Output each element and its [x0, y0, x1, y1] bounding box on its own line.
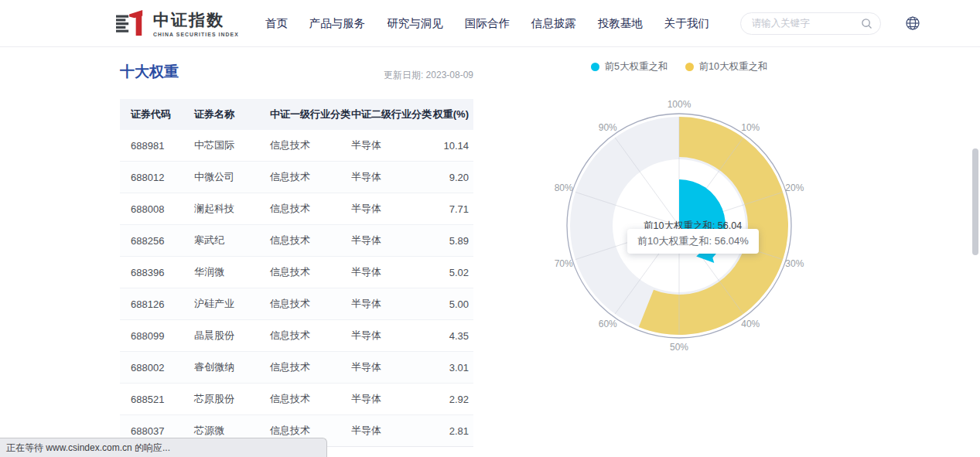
globe-icon — [905, 15, 920, 31]
table-cell: 晶晨股份 — [183, 320, 259, 352]
nav-item-5[interactable]: 投教基地 — [587, 9, 654, 39]
weights-table-head: 证券代码证券名称中证一级行业分类中证二级行业分类权重(%) — [120, 99, 473, 130]
update-date: 更新日期: 2023-08-09 — [384, 69, 473, 82]
table-cell: 信息技术 — [259, 130, 340, 162]
logo-title: 中证指数 — [153, 9, 239, 31]
nav-item-2[interactable]: 研究与洞见 — [376, 9, 454, 39]
table-cell: 中微公司 — [183, 162, 259, 193]
legend-label: 前10大权重之和 — [699, 60, 768, 73]
table-cell: 半导体 — [340, 384, 432, 415]
table-cell: 芯原股份 — [183, 384, 259, 415]
table-cell: 9.20 — [432, 162, 473, 193]
axis-tick-label: 50% — [670, 342, 688, 353]
table-cell: 半导体 — [340, 288, 432, 320]
table-cell: 信息技术 — [259, 288, 340, 320]
table-row: 688981中芯国际信息技术半导体10.14 — [120, 130, 473, 162]
page: 中证指数 CHINA SECURITIES INDEX 首页产品与服务研究与洞见… — [0, 0, 980, 457]
table-cell: 半导体 — [340, 415, 432, 447]
table-cell: 半导体 — [340, 225, 432, 257]
table-cell: 688396 — [120, 257, 183, 288]
table-cell: 688012 — [120, 162, 183, 193]
weights-table-body: 688981中芯国际信息技术半导体10.14688012中微公司信息技术半导体9… — [120, 130, 473, 447]
table-cell: 半导体 — [340, 352, 432, 384]
nav-item-1[interactable]: 产品与服务 — [299, 9, 377, 39]
nav-item-4[interactable]: 信息披露 — [521, 9, 587, 39]
site-header: 中证指数 CHINA SECURITIES INDEX 首页产品与服务研究与洞见… — [0, 0, 980, 47]
table-cell: 寒武纪 — [183, 225, 259, 257]
table-cell: 4.35 — [432, 320, 473, 352]
col-header-0: 证券代码 — [120, 99, 183, 130]
table-cell: 澜起科技 — [183, 193, 259, 225]
table-cell: 信息技术 — [259, 225, 340, 257]
page-title: 十大权重 — [120, 62, 179, 82]
legend-item-0[interactable]: 前5大权重之和 — [591, 60, 668, 73]
search-icon[interactable] — [861, 18, 872, 29]
axis-tick-label: 40% — [741, 319, 760, 329]
table-row: 688256寒武纪信息技术半导体5.89 — [120, 225, 473, 257]
table-row: 688002睿创微纳信息技术半导体3.01 — [120, 352, 473, 384]
legend-label: 前5大权重之和 — [605, 60, 668, 73]
table-cell: 3.01 — [432, 352, 473, 384]
table-cell: 信息技术 — [259, 352, 340, 384]
logo[interactable]: 中证指数 CHINA SECURITIES INDEX — [114, 9, 239, 38]
weights-table: 证券代码证券名称中证一级行业分类中证二级行业分类权重(%) 688981中芯国际… — [120, 99, 473, 447]
table-row: 688099晶晨股份信息技术半导体4.35 — [120, 320, 473, 352]
table-cell: 5.00 — [432, 288, 473, 320]
legend-item-1[interactable]: 前10大权重之和 — [685, 60, 768, 73]
search-input[interactable] — [740, 12, 881, 35]
col-header-4: 权重(%) — [432, 99, 473, 130]
table-cell: 沪硅产业 — [183, 288, 259, 320]
table-cell: 688002 — [120, 352, 183, 384]
table-cell: 688126 — [120, 288, 183, 320]
chart-tooltip: 前10大权重之和: 56.04% — [627, 229, 759, 254]
table-cell: 半导体 — [340, 162, 432, 193]
table-cell: 688008 — [120, 193, 183, 225]
table-cell: 半导体 — [340, 320, 432, 352]
col-header-1: 证券名称 — [183, 99, 259, 130]
logo-subtitle: CHINA SECURITIES INDEX — [153, 32, 239, 37]
table-cell: 5.89 — [432, 225, 473, 257]
table-cell: 半导体 — [340, 193, 432, 225]
table-cell: 2.92 — [432, 384, 473, 415]
table-row: 688521芯原股份信息技术半导体2.92 — [120, 384, 473, 415]
table-cell: 睿创微纳 — [183, 352, 259, 384]
axis-tick-label: 80% — [555, 182, 573, 193]
logo-mark — [114, 9, 147, 38]
axis-tick-label: 10% — [741, 122, 760, 133]
col-header-3: 中证二级行业分类 — [340, 99, 432, 130]
table-cell: 5.02 — [432, 257, 473, 288]
nav-item-6[interactable]: 关于我们 — [654, 9, 720, 39]
axis-tick-label: 100% — [668, 99, 691, 110]
table-cell: 信息技术 — [259, 320, 340, 352]
legend-dot-icon — [591, 63, 599, 71]
table-cell: 688521 — [120, 384, 183, 415]
scrollbar-thumb[interactable] — [972, 148, 978, 255]
table-cell: 688981 — [120, 130, 183, 162]
table-cell: 信息技术 — [259, 257, 340, 288]
table-cell: 华润微 — [183, 257, 259, 288]
axis-tick-label: 20% — [785, 182, 804, 193]
table-row: 688008澜起科技信息技术半导体7.71 — [120, 193, 473, 225]
browser-status-bubble: 正在等待 www.csindex.com.cn 的响应... — [0, 438, 327, 457]
language-switcher[interactable] — [905, 15, 920, 31]
axis-tick-label: 30% — [785, 258, 804, 269]
table-cell: 信息技术 — [259, 193, 340, 225]
table-cell: 7.71 — [432, 193, 473, 225]
nav-item-0[interactable]: 首页 — [254, 9, 299, 39]
col-header-2: 中证一级行业分类 — [259, 99, 340, 130]
table-cell: 中芯国际 — [183, 130, 259, 162]
table-row: 688126沪硅产业信息技术半导体5.00 — [120, 288, 473, 320]
table-cell: 信息技术 — [259, 162, 340, 193]
table-cell: 688256 — [120, 225, 183, 257]
table-cell: 半导体 — [340, 257, 432, 288]
table-cell: 2.81 — [432, 415, 473, 447]
table-cell: 10.14 — [432, 130, 473, 162]
chart-legend: 前5大权重之和前10大权重之和 — [532, 60, 826, 73]
table-cell: 半导体 — [340, 130, 432, 162]
nav-item-3[interactable]: 国际合作 — [454, 9, 521, 39]
axis-tick-label: 70% — [555, 258, 573, 269]
search-box — [740, 12, 881, 35]
main-nav: 首页产品与服务研究与洞见国际合作信息披露投教基地关于我们 — [254, 9, 720, 39]
table-row: 688012中微公司信息技术半导体9.20 — [120, 162, 473, 193]
axis-tick-label: 90% — [599, 122, 617, 133]
